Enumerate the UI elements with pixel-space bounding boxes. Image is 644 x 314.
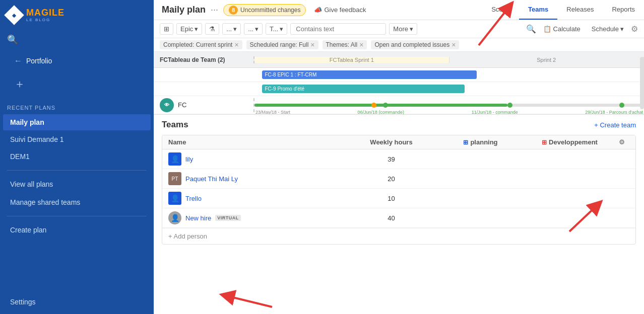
- sidebar-settings[interactable]: Settings: [3, 294, 151, 310]
- col-header-planning: ⊞ planning: [436, 138, 525, 146]
- filter-tag-range-remove[interactable]: ×: [310, 41, 314, 48]
- settings-gear-icon[interactable]: ⚙: [631, 24, 638, 34]
- filter-tag-issues-label: Open and completed issues: [374, 41, 449, 48]
- fc-name: FC: [178, 101, 186, 109]
- tab-scope[interactable]: Scope: [482, 0, 519, 20]
- progress-label-3: 11/Jun/18 - commande: [472, 110, 518, 115]
- table-row: 👤 lily 39: [162, 149, 635, 169]
- chevron-down-icon-5: ▾: [410, 25, 413, 33]
- epic-label: Epic: [180, 25, 193, 33]
- virtual-badge: VIRTUAL: [215, 215, 241, 221]
- sidebar-nav-dem1[interactable]: DEM1: [3, 148, 151, 165]
- sprint1-col: FCTablea Sprint 1: [254, 57, 449, 63]
- more-filter-button[interactable]: More ▾: [389, 23, 417, 35]
- paquet-name[interactable]: Paquet Thi Mai Ly: [185, 175, 238, 183]
- filter-tag-themes-remove[interactable]: ×: [359, 41, 363, 48]
- progress-track: [254, 104, 644, 107]
- table-row: 👤 Trello 10: [162, 189, 635, 208]
- progress-dot-green2: [507, 103, 512, 108]
- filter-tag-sprint-label: Completed: Current sprint: [163, 41, 232, 48]
- filter-dots2-label: ...: [248, 25, 253, 33]
- filter-tag-themes-label: Themes: All: [326, 41, 358, 48]
- funnel-icon-button[interactable]: ⚗: [205, 23, 219, 35]
- fc-avatar-icon: 👁: [164, 102, 169, 108]
- paquet-hours: 20: [347, 175, 436, 183]
- avatar-trello: 👤: [168, 192, 181, 205]
- schedule-label: Schedule: [592, 25, 619, 33]
- sidebar-nav-maily[interactable]: Maily plan: [3, 114, 151, 130]
- sidebar-divider-2: [7, 216, 147, 216]
- sidebar: ◆ MAGILE LE BLOG 🔍 ← Portfolio ＋ RECENT …: [0, 0, 154, 314]
- logo-diamond: ◆: [4, 5, 24, 25]
- filter-tag-themes: Themes: All ×: [323, 40, 367, 49]
- gantt-bar-area-1: FC-8 EPIC 1 : FT-CRM: [254, 68, 644, 82]
- table-row: 👤 New hire VIRTUAL 40: [162, 208, 635, 228]
- row-name-newhire: 👤 New hire VIRTUAL: [168, 211, 347, 224]
- tab-reports[interactable]: Reports: [603, 0, 644, 20]
- filter-tag-issues-remove[interactable]: ×: [452, 41, 456, 48]
- progress-labels: 23/May/18 - Start 06/Jun/18 (commande) 1…: [254, 110, 644, 115]
- feedback-button[interactable]: 📣 Give feedback: [314, 6, 366, 14]
- gantt-bar-promo[interactable]: FC-9 Promo d'été: [262, 85, 465, 93]
- lily-hours: 39: [347, 155, 436, 163]
- back-arrow-icon: ←: [14, 56, 22, 65]
- sidebar-view-all-plans[interactable]: View all plans: [3, 176, 151, 192]
- gantt-progress-row: 👁 FC 23/May/18 - Start 06/Jun/18 (comman…: [154, 96, 644, 114]
- teams-header: Teams + Create team: [162, 120, 636, 130]
- filter-tag-sprint: Completed: Current sprint ×: [160, 40, 242, 49]
- search-icon-filter[interactable]: 🔍: [526, 24, 536, 34]
- portfolio-nav[interactable]: ← Portfolio: [7, 53, 147, 68]
- schedule-button[interactable]: Schedule ▾: [588, 24, 628, 34]
- logo: ◆ MAGILE LE BLOG: [0, 0, 154, 30]
- calculate-label: Calculate: [553, 25, 581, 33]
- col-header-dev: ⊞ Developpement: [525, 138, 614, 146]
- row-name-trello: 👤 Trello: [168, 192, 347, 205]
- filter-dots2-button[interactable]: ... ▾: [244, 23, 263, 35]
- progress-dot-orange: [371, 103, 376, 108]
- topbar-nav: Scope Teams Releases Reports: [482, 0, 644, 20]
- avatar-lily: 👤: [168, 152, 181, 166]
- uncommitted-badge[interactable]: 8 Uncommitted changes: [223, 4, 306, 16]
- lily-name[interactable]: lily: [185, 155, 193, 163]
- gantt-rows: FC-8 EPIC 1 : FT-CRM FC-9 Promo d'été: [154, 68, 644, 96]
- epic-filter-button[interactable]: Epic ▾: [176, 23, 202, 35]
- funnel-icon: ⚗: [209, 25, 215, 33]
- scroll-bar[interactable]: [640, 57, 644, 109]
- sidebar-divider-1: [7, 170, 147, 171]
- portfolio-label: Portfolio: [26, 57, 52, 65]
- chevron-down-icon-4: ▾: [280, 25, 283, 33]
- gantt-bar-epic1[interactable]: FC-8 EPIC 1 : FT-CRM: [262, 70, 476, 79]
- text-filter-label: T...: [270, 25, 278, 33]
- timeline-area: FCTableau de Team (2) FCTablea Sprint 1 …: [154, 52, 644, 115]
- dev-label: Developpement: [549, 138, 598, 146]
- trello-name[interactable]: Trello: [185, 195, 202, 202]
- filter-dots-button[interactable]: ... ▾: [222, 23, 241, 35]
- create-team-button[interactable]: + Create team: [594, 121, 636, 129]
- text-filter-button[interactable]: T... ▾: [266, 23, 287, 35]
- teams-section: Teams + Create team Name Weekly hours ⊞ …: [154, 115, 644, 314]
- planning-label: planning: [470, 138, 497, 146]
- newhire-name[interactable]: New hire: [185, 214, 211, 222]
- avatar-paquet: PT: [168, 172, 181, 185]
- more-dots-icon[interactable]: ···: [211, 5, 218, 15]
- planning-plus-icon: ⊞: [463, 139, 468, 146]
- add-person-button[interactable]: + Add person: [162, 228, 635, 244]
- search-icon[interactable]: 🔍: [7, 34, 19, 45]
- sidebar-nav-suivi[interactable]: Suivi Demande 1: [3, 131, 151, 147]
- logo-sub: LE BLOG: [26, 18, 65, 22]
- filter-tag-sprint-remove[interactable]: ×: [234, 41, 238, 48]
- row-name-lily: 👤 lily: [168, 152, 347, 166]
- sidebar-create-plan[interactable]: Create plan: [3, 222, 151, 238]
- newhire-hours: 40: [347, 214, 436, 222]
- col-gear-icon[interactable]: ⚙: [614, 138, 629, 146]
- tab-releases[interactable]: Releases: [557, 0, 603, 20]
- add-icon[interactable]: ＋: [7, 76, 147, 96]
- contains-text-input[interactable]: [290, 23, 386, 35]
- grid-icon-button[interactable]: ⊞: [160, 23, 173, 35]
- sidebar-manage-teams[interactable]: Manage shared teams: [3, 194, 151, 210]
- logo-main: MAGILE: [26, 8, 65, 17]
- calculate-button[interactable]: 📋 Calculate: [539, 24, 585, 34]
- gantt-progress-label: 👁 FC: [154, 98, 254, 112]
- tab-teams[interactable]: Teams: [519, 0, 557, 20]
- sprint2-col: Sprint 2: [449, 57, 645, 63]
